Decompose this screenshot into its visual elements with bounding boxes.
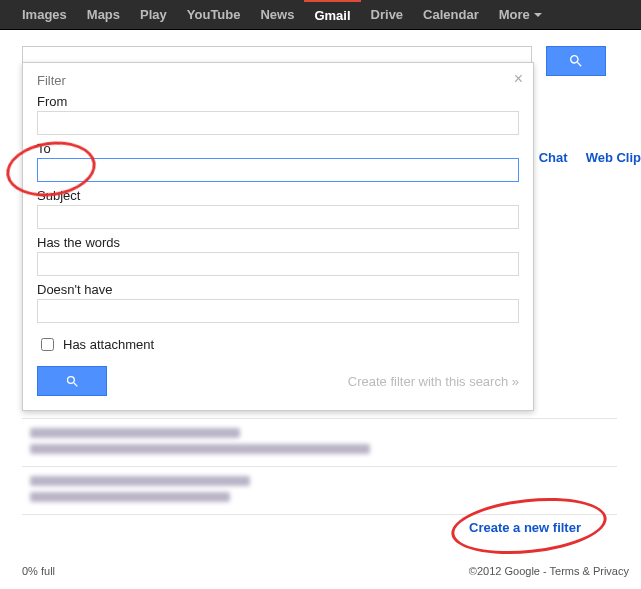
haswords-input[interactable] [37,252,519,276]
from-input[interactable] [37,111,519,135]
tab-chat[interactable]: Chat [539,150,568,165]
nav-youtube[interactable]: YouTube [177,0,251,29]
right-tabs: Chat Web Clip [539,150,641,165]
nav-news[interactable]: News [250,0,304,29]
nav-maps[interactable]: Maps [77,0,130,29]
nav-more[interactable]: More [489,0,552,29]
attachment-checkbox[interactable] [41,338,54,351]
subject-input[interactable] [37,205,519,229]
attachment-row: Has attachment [37,335,519,354]
close-icon[interactable]: × [514,71,523,87]
to-label: To [37,141,519,156]
chevron-down-icon [534,13,542,17]
terms-privacy-link[interactable]: Terms & Privacy [550,565,629,577]
footer-right: ©2012 Google - Terms & Privacy [469,565,629,577]
list-item [30,428,615,454]
doesnthave-label: Doesn't have [37,282,519,297]
nav-drive[interactable]: Drive [361,0,414,29]
attachment-label: Has attachment [63,337,154,352]
filter-title: Filter [37,73,519,88]
create-filter-with-search-link[interactable]: Create filter with this search » [348,374,519,389]
haswords-field: Has the words [37,235,519,276]
list-item [30,476,615,502]
filter-search-button[interactable] [37,366,107,396]
to-field: To [37,141,519,182]
doesnthave-field: Doesn't have [37,282,519,323]
filter-actions: Create filter with this search » [37,366,519,396]
storage-status: 0% full [22,565,55,577]
filter-panel: × Filter From To Subject Has the words D… [22,62,534,411]
from-label: From [37,94,519,109]
tab-webclips[interactable]: Web Clip [586,150,641,165]
search-icon [65,374,80,389]
copyright: ©2012 Google - [469,565,550,577]
subject-label: Subject [37,188,519,203]
google-topnav: Images Maps Play YouTube News Gmail Driv… [0,0,641,30]
nav-calendar[interactable]: Calendar [413,0,489,29]
search-icon [568,53,584,69]
create-new-filter-link[interactable]: Create a new filter [469,520,581,535]
footer: 0% full ©2012 Google - Terms & Privacy [22,565,629,577]
to-input[interactable] [37,158,519,182]
nav-play[interactable]: Play [130,0,177,29]
nav-gmail[interactable]: Gmail [304,0,360,29]
search-button[interactable] [546,46,606,76]
nav-images[interactable]: Images [12,0,77,29]
doesnthave-input[interactable] [37,299,519,323]
nav-more-label: More [499,7,530,22]
from-field: From [37,94,519,135]
haswords-label: Has the words [37,235,519,250]
subject-field: Subject [37,188,519,229]
